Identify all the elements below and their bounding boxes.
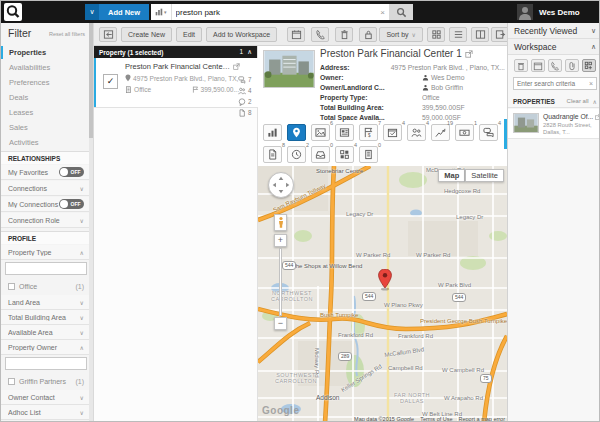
sidebar-scrollbar[interactable] bbox=[89, 23, 93, 422]
workspace-search-input[interactable] bbox=[514, 80, 589, 87]
griffin-partners-checkbox[interactable] bbox=[8, 378, 15, 385]
zoom-slider[interactable] bbox=[279, 248, 282, 316]
filter-row-total-building-area[interactable]: Total Building Area ∨ bbox=[1, 310, 90, 325]
property-card[interactable]: ✓ Preston Park Financial Center 1 4975 P… bbox=[94, 58, 258, 108]
call-button[interactable] bbox=[311, 27, 329, 42]
external-link-icon[interactable] bbox=[595, 114, 600, 120]
contacts-count[interactable]: 4 bbox=[238, 85, 256, 96]
clear-all-link[interactable]: Clear all bbox=[567, 98, 589, 104]
add-new-button[interactable]: Add New bbox=[99, 4, 149, 20]
search-button[interactable] bbox=[389, 4, 413, 20]
documents-count[interactable]: 8 bbox=[238, 107, 256, 118]
calendar-button[interactable] bbox=[287, 27, 305, 42]
workspace-property-item[interactable]: Quadrangle Of... 2828 Routh Street, Dall… bbox=[508, 109, 600, 139]
list-view-button[interactable] bbox=[449, 27, 467, 42]
tab-conversations[interactable]: 4 bbox=[479, 124, 498, 141]
nav-item-leases[interactable]: Leases bbox=[1, 105, 93, 120]
split-view-button[interactable] bbox=[471, 27, 489, 42]
tab-performance[interactable]: 19 bbox=[431, 124, 450, 141]
filter-row-property-type[interactable]: Property Type ∧ bbox=[1, 245, 90, 260]
nav-item-preferences[interactable]: Preferences bbox=[1, 75, 93, 90]
tab-chart[interactable] bbox=[263, 124, 282, 141]
tab-documents[interactable]: 8 bbox=[263, 146, 282, 163]
create-new-button[interactable]: Create New bbox=[121, 27, 172, 42]
edit-button[interactable]: Edit bbox=[176, 27, 202, 42]
tab-photos[interactable]: 6 bbox=[311, 124, 330, 141]
filter-row-connection-role[interactable]: Connection Role ∨ bbox=[1, 213, 90, 228]
filter-row-adhoc-list[interactable]: Adhoc List ∨ bbox=[1, 405, 90, 420]
workspace-properties-header[interactable]: PROPERTIES Clear all ∧ bbox=[508, 95, 600, 108]
tab-pricing[interactable]: 7 $ bbox=[359, 124, 378, 141]
tab-buildings[interactable]: 0 bbox=[359, 146, 378, 163]
zoom-in-button[interactable]: + bbox=[274, 234, 287, 247]
delete-button[interactable] bbox=[335, 27, 353, 42]
app-logo[interactable] bbox=[4, 3, 22, 21]
nav-item-sales[interactable]: Sales bbox=[1, 120, 93, 135]
tab-map[interactable] bbox=[287, 124, 306, 141]
workspace-header[interactable]: Workspace ∧ bbox=[508, 39, 600, 55]
filter-row-my-connections[interactable]: My Connections OFF bbox=[1, 197, 90, 212]
external-link-icon[interactable] bbox=[465, 50, 473, 58]
filter-row-owner-contact[interactable]: Owner Contact ∨ bbox=[1, 390, 90, 405]
clear-search-icon[interactable]: × bbox=[589, 80, 596, 87]
reset-all-filters-link[interactable]: Reset all filters bbox=[49, 31, 85, 37]
map-pan-control[interactable] bbox=[268, 172, 294, 198]
grid-view-button[interactable] bbox=[427, 27, 445, 42]
collapse-list-icon[interactable]: ∧ bbox=[247, 48, 252, 56]
list-header[interactable]: Property (1 selected) 1∧ bbox=[94, 46, 257, 58]
add-to-workspace-button[interactable]: Add to Workspace bbox=[206, 27, 277, 42]
tab-inbox[interactable]: 0 bbox=[311, 146, 330, 163]
tab-financials[interactable]: 1 bbox=[455, 124, 474, 141]
street-view-pegman[interactable] bbox=[274, 214, 287, 231]
workspace-delete-button[interactable] bbox=[514, 59, 528, 72]
workspace-attach-button[interactable] bbox=[565, 59, 579, 72]
add-new-dropdown[interactable]: ∨ bbox=[85, 4, 99, 20]
tab-modules[interactable]: 4 bbox=[335, 146, 354, 163]
zoom-out-button[interactable]: − bbox=[274, 317, 287, 330]
user-menu[interactable]: Wes Demo bbox=[517, 1, 580, 23]
workspace-call-button[interactable] bbox=[548, 59, 562, 72]
tab-events[interactable]: 4 bbox=[383, 124, 402, 141]
collapse-panel-button[interactable] bbox=[99, 27, 117, 42]
toggle-knob bbox=[60, 200, 68, 208]
tab-contacts[interactable]: 4 bbox=[407, 124, 426, 141]
property-owner-filter-input[interactable] bbox=[5, 357, 87, 370]
report-map-error-link[interactable]: Report a map error bbox=[459, 416, 505, 422]
workspace-calendar-button[interactable] bbox=[531, 59, 545, 72]
filter-row-my-favorites[interactable]: My Favorites OFF bbox=[1, 165, 90, 180]
conversations-count[interactable]: 7 bbox=[238, 74, 256, 85]
recently-viewed-header[interactable]: Recently Viewed ∨ bbox=[508, 23, 600, 39]
lock-button[interactable] bbox=[359, 27, 377, 42]
tab-news[interactable] bbox=[335, 124, 354, 141]
nav-item-deals[interactable]: Deals bbox=[1, 90, 93, 105]
search-category-selector[interactable]: ▾ bbox=[151, 4, 172, 20]
property-type-filter-input[interactable] bbox=[5, 262, 87, 275]
comments-count[interactable]: 2 bbox=[238, 96, 256, 107]
property-map-marker[interactable] bbox=[378, 269, 392, 291]
workspace-add-grid-button[interactable] bbox=[582, 59, 596, 72]
search-clear-icon[interactable]: × bbox=[376, 8, 389, 17]
nav-item-availabilities[interactable]: Availabilities bbox=[1, 60, 93, 75]
map-canvas[interactable]: Stonebriar Centre McDermott Rd Sam Raybu… bbox=[258, 166, 507, 422]
map-type-map-button[interactable]: Map bbox=[438, 169, 465, 182]
tab-history[interactable]: 2 bbox=[287, 146, 306, 163]
sort-by-button[interactable]: Sort by ∨ bbox=[379, 27, 423, 42]
scrollbar-thumb[interactable] bbox=[89, 23, 93, 138]
nav-item-activities[interactable]: Activities bbox=[1, 135, 93, 150]
filter-row-land-area[interactable]: Land Area ∨ bbox=[1, 295, 90, 310]
my-connections-toggle[interactable]: OFF bbox=[59, 199, 84, 209]
filter-row-connections[interactable]: Connections ∨ bbox=[1, 181, 90, 196]
filter-row-available-area[interactable]: Available Area ∨ bbox=[1, 325, 90, 340]
filter-row-property-owner[interactable]: Property Owner ∧ bbox=[1, 340, 90, 355]
property-checkbox[interactable]: ✓ bbox=[103, 74, 118, 89]
map-type-satellite-button[interactable]: Satellite bbox=[465, 169, 504, 182]
checkbox-row-office[interactable]: Office (1) bbox=[1, 279, 90, 293]
search-input[interactable] bbox=[172, 8, 377, 17]
property-photo[interactable] bbox=[263, 50, 315, 88]
office-checkbox[interactable] bbox=[8, 283, 15, 290]
my-favorites-toggle[interactable]: OFF bbox=[59, 167, 84, 177]
terms-of-use-link[interactable]: Terms of Use bbox=[420, 416, 452, 422]
external-link-icon[interactable] bbox=[233, 63, 240, 70]
checkbox-row-griffin-partners[interactable]: Griffin Partners (1) bbox=[1, 374, 90, 388]
nav-item-properties[interactable]: Properties bbox=[1, 45, 93, 60]
